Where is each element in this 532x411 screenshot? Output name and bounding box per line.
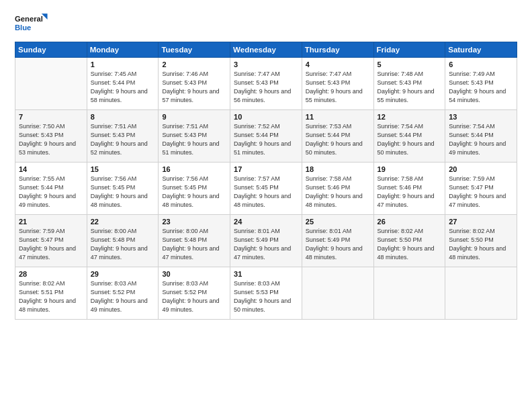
day-info: Sunrise: 7:45 AMSunset: 5:44 PMDaylight:… xyxy=(91,70,155,105)
col-monday: Monday xyxy=(87,42,159,58)
calendar-cell: 16Sunrise: 7:56 AMSunset: 5:45 PMDayligh… xyxy=(159,163,230,215)
calendar-cell: 17Sunrise: 7:57 AMSunset: 5:45 PMDayligh… xyxy=(230,163,302,215)
day-number: 23 xyxy=(162,218,226,226)
day-number: 24 xyxy=(234,218,298,226)
day-info: Sunrise: 7:51 AMSunset: 5:43 PMDaylight:… xyxy=(162,122,226,157)
col-sunday: Sunday xyxy=(15,42,87,58)
day-number: 3 xyxy=(234,60,298,68)
day-number: 1 xyxy=(91,60,155,68)
day-info: Sunrise: 7:49 AMSunset: 5:43 PMDaylight:… xyxy=(449,70,513,105)
calendar-cell: 8Sunrise: 7:51 AMSunset: 5:43 PMDaylight… xyxy=(87,110,159,163)
day-info: Sunrise: 7:47 AMSunset: 5:43 PMDaylight:… xyxy=(234,70,298,105)
calendar-cell: 24Sunrise: 8:01 AMSunset: 5:49 PMDayligh… xyxy=(230,215,302,267)
svg-text:Blue: Blue xyxy=(15,24,31,32)
svg-text:General: General xyxy=(15,15,43,23)
day-info: Sunrise: 7:58 AMSunset: 5:46 PMDaylight:… xyxy=(378,175,442,210)
day-number: 21 xyxy=(19,218,83,226)
day-info: Sunrise: 7:58 AMSunset: 5:46 PMDaylight:… xyxy=(306,175,370,210)
day-number: 10 xyxy=(234,113,298,121)
calendar-cell: 9Sunrise: 7:51 AMSunset: 5:43 PMDaylight… xyxy=(159,110,230,163)
day-info: Sunrise: 8:01 AMSunset: 5:49 PMDaylight:… xyxy=(234,227,298,262)
day-number: 27 xyxy=(449,218,513,226)
calendar-cell: 18Sunrise: 7:58 AMSunset: 5:46 PMDayligh… xyxy=(302,163,373,215)
day-number: 29 xyxy=(91,270,155,278)
day-info: Sunrise: 7:46 AMSunset: 5:43 PMDaylight:… xyxy=(162,70,226,105)
day-info: Sunrise: 8:02 AMSunset: 5:50 PMDaylight:… xyxy=(449,227,513,262)
day-info: Sunrise: 7:51 AMSunset: 5:43 PMDaylight:… xyxy=(91,122,155,157)
calendar-cell xyxy=(302,267,373,320)
col-friday: Friday xyxy=(373,42,445,58)
day-number: 7 xyxy=(19,113,83,121)
calendar-week-row: 14Sunrise: 7:55 AMSunset: 5:44 PMDayligh… xyxy=(15,163,517,215)
day-number: 25 xyxy=(306,218,370,226)
day-info: Sunrise: 7:52 AMSunset: 5:44 PMDaylight:… xyxy=(234,122,298,157)
day-number: 5 xyxy=(378,60,442,68)
day-number: 14 xyxy=(19,165,83,173)
calendar-cell: 19Sunrise: 7:58 AMSunset: 5:46 PMDayligh… xyxy=(373,163,445,215)
day-number: 18 xyxy=(306,165,370,173)
day-info: Sunrise: 7:57 AMSunset: 5:45 PMDaylight:… xyxy=(234,175,298,210)
calendar-cell: 22Sunrise: 8:00 AMSunset: 5:48 PMDayligh… xyxy=(87,215,159,267)
day-info: Sunrise: 7:54 AMSunset: 5:44 PMDaylight:… xyxy=(449,122,513,157)
calendar-cell: 13Sunrise: 7:54 AMSunset: 5:44 PMDayligh… xyxy=(445,110,517,163)
col-saturday: Saturday xyxy=(445,42,517,58)
day-number: 4 xyxy=(306,60,370,68)
day-info: Sunrise: 8:03 AMSunset: 5:52 PMDaylight:… xyxy=(162,279,226,314)
header: GeneralBlue xyxy=(15,12,517,35)
calendar-cell: 3Sunrise: 7:47 AMSunset: 5:43 PMDaylight… xyxy=(230,58,302,110)
calendar-cell: 27Sunrise: 8:02 AMSunset: 5:50 PMDayligh… xyxy=(445,215,517,267)
calendar-cell: 21Sunrise: 7:59 AMSunset: 5:47 PMDayligh… xyxy=(15,215,87,267)
calendar-cell: 12Sunrise: 7:54 AMSunset: 5:44 PMDayligh… xyxy=(373,110,445,163)
calendar-page: GeneralBlue Sunday Monday Tuesday Wednes… xyxy=(0,0,532,411)
day-info: Sunrise: 8:02 AMSunset: 5:50 PMDaylight:… xyxy=(378,227,442,262)
calendar-cell xyxy=(15,58,87,110)
day-info: Sunrise: 7:59 AMSunset: 5:47 PMDaylight:… xyxy=(449,175,513,210)
day-info: Sunrise: 8:03 AMSunset: 5:52 PMDaylight:… xyxy=(91,279,155,314)
calendar-cell: 1Sunrise: 7:45 AMSunset: 5:44 PMDaylight… xyxy=(87,58,159,110)
calendar-week-row: 21Sunrise: 7:59 AMSunset: 5:47 PMDayligh… xyxy=(15,215,517,267)
day-info: Sunrise: 7:50 AMSunset: 5:43 PMDaylight:… xyxy=(19,122,83,157)
day-info: Sunrise: 7:59 AMSunset: 5:47 PMDaylight:… xyxy=(19,227,83,262)
calendar-cell: 29Sunrise: 8:03 AMSunset: 5:52 PMDayligh… xyxy=(87,267,159,320)
day-number: 19 xyxy=(378,165,442,173)
day-number: 11 xyxy=(306,113,370,121)
calendar-cell: 5Sunrise: 7:48 AMSunset: 5:43 PMDaylight… xyxy=(373,58,445,110)
calendar-cell: 20Sunrise: 7:59 AMSunset: 5:47 PMDayligh… xyxy=(445,163,517,215)
day-info: Sunrise: 8:02 AMSunset: 5:51 PMDaylight:… xyxy=(19,279,83,314)
calendar-cell: 7Sunrise: 7:50 AMSunset: 5:43 PMDaylight… xyxy=(15,110,87,163)
day-number: 6 xyxy=(449,60,513,68)
calendar-cell: 14Sunrise: 7:55 AMSunset: 5:44 PMDayligh… xyxy=(15,163,87,215)
col-thursday: Thursday xyxy=(302,42,373,58)
calendar-cell: 31Sunrise: 8:03 AMSunset: 5:53 PMDayligh… xyxy=(230,267,302,320)
day-info: Sunrise: 8:01 AMSunset: 5:49 PMDaylight:… xyxy=(306,227,370,262)
day-info: Sunrise: 7:53 AMSunset: 5:44 PMDaylight:… xyxy=(306,122,370,157)
logo-icon: GeneralBlue xyxy=(15,12,50,35)
day-number: 22 xyxy=(91,218,155,226)
calendar-cell xyxy=(445,267,517,320)
col-tuesday: Tuesday xyxy=(159,42,230,58)
calendar-week-row: 7Sunrise: 7:50 AMSunset: 5:43 PMDaylight… xyxy=(15,110,517,163)
calendar-cell: 2Sunrise: 7:46 AMSunset: 5:43 PMDaylight… xyxy=(159,58,230,110)
logo: GeneralBlue xyxy=(15,12,50,35)
day-number: 16 xyxy=(162,165,226,173)
day-info: Sunrise: 7:56 AMSunset: 5:45 PMDaylight:… xyxy=(91,175,155,210)
calendar-cell: 6Sunrise: 7:49 AMSunset: 5:43 PMDaylight… xyxy=(445,58,517,110)
calendar-cell: 28Sunrise: 8:02 AMSunset: 5:51 PMDayligh… xyxy=(15,267,87,320)
day-info: Sunrise: 7:47 AMSunset: 5:43 PMDaylight:… xyxy=(306,70,370,105)
calendar-table: Sunday Monday Tuesday Wednesday Thursday… xyxy=(15,42,517,320)
day-number: 15 xyxy=(91,165,155,173)
day-info: Sunrise: 8:00 AMSunset: 5:48 PMDaylight:… xyxy=(91,227,155,262)
calendar-cell: 26Sunrise: 8:02 AMSunset: 5:50 PMDayligh… xyxy=(373,215,445,267)
day-info: Sunrise: 8:03 AMSunset: 5:53 PMDaylight:… xyxy=(234,279,298,314)
calendar-cell: 15Sunrise: 7:56 AMSunset: 5:45 PMDayligh… xyxy=(87,163,159,215)
calendar-week-row: 28Sunrise: 8:02 AMSunset: 5:51 PMDayligh… xyxy=(15,267,517,320)
calendar-cell: 10Sunrise: 7:52 AMSunset: 5:44 PMDayligh… xyxy=(230,110,302,163)
day-number: 9 xyxy=(162,113,226,121)
calendar-cell: 4Sunrise: 7:47 AMSunset: 5:43 PMDaylight… xyxy=(302,58,373,110)
col-wednesday: Wednesday xyxy=(230,42,302,58)
calendar-cell xyxy=(373,267,445,320)
calendar-cell: 11Sunrise: 7:53 AMSunset: 5:44 PMDayligh… xyxy=(302,110,373,163)
day-info: Sunrise: 7:56 AMSunset: 5:45 PMDaylight:… xyxy=(162,175,226,210)
day-info: Sunrise: 7:48 AMSunset: 5:43 PMDaylight:… xyxy=(378,70,442,105)
day-number: 8 xyxy=(91,113,155,121)
